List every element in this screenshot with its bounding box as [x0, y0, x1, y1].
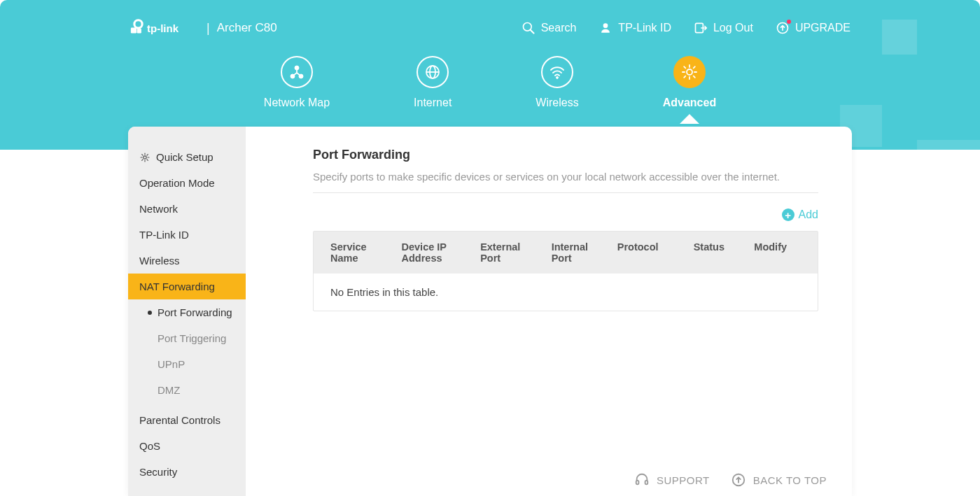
col-status: Status [694, 241, 741, 264]
footer-actions: SUPPORT BACK TO TOP [634, 472, 827, 488]
sidebar-sub-label: Port Forwarding [158, 306, 232, 318]
page-title: Port Forwarding [313, 148, 818, 162]
tab-advanced[interactable]: Advanced [663, 56, 716, 109]
logout-icon [694, 21, 708, 35]
main-nav-tabs: Network Map Internet Wireless Advanced [0, 56, 980, 109]
sidebar-label: Wireless [139, 255, 180, 267]
gear-icon [681, 64, 698, 80]
add-row: + Add [313, 193, 818, 231]
svg-point-6 [603, 23, 608, 28]
logout-label: Log Out [713, 22, 753, 34]
wifi-icon [549, 64, 566, 80]
plus-icon: + [782, 208, 794, 221]
sidebar-sub-label: Port Triggering [158, 332, 226, 344]
svg-rect-17 [636, 481, 639, 485]
tab-label: Wireless [536, 97, 578, 109]
logout-button[interactable]: Log Out [694, 21, 753, 35]
sidebar-label: Security [139, 466, 177, 478]
main-panel: Quick Setup Operation Mode Network TP-Li… [128, 127, 852, 496]
sidebar-item-nat-forwarding[interactable]: NAT Forwarding [128, 274, 246, 299]
sidebar-item-network[interactable]: Network [128, 196, 246, 222]
sidebar-sub-upnp[interactable]: UPnP [128, 351, 246, 377]
sidebar-item-parental-controls[interactable]: Parental Controls [128, 407, 246, 433]
sidebar-sub-port-forwarding[interactable]: Port Forwarding [128, 299, 246, 325]
sidebar-label: Parental Controls [139, 414, 220, 426]
tab-wireless[interactable]: Wireless [536, 56, 578, 109]
bullet-icon [148, 311, 152, 315]
support-button[interactable]: SUPPORT [634, 472, 710, 488]
svg-point-0 [134, 20, 142, 28]
gear-icon [139, 152, 150, 163]
add-label: Add [799, 208, 818, 221]
col-device-ip: Device IP Address [402, 241, 467, 264]
search-button[interactable]: Search [522, 21, 577, 35]
globe-icon [424, 64, 441, 80]
table-body-empty: No Entries in this table. [314, 274, 818, 311]
brand-logo[interactable]: tp-link | Archer C80 [130, 14, 277, 42]
tab-label: Network Map [264, 97, 330, 109]
network-map-icon [288, 64, 305, 80]
col-protocol: Protocol [617, 241, 680, 264]
port-forwarding-table: Service Name Device IP Address External … [313, 231, 818, 311]
tab-internet[interactable]: Internet [414, 56, 451, 109]
tplink-logo-icon: tp-link [130, 14, 200, 42]
sidebar-item-qos[interactable]: QoS [128, 433, 246, 459]
logo-divider: | [206, 21, 210, 36]
back-to-top-button[interactable]: BACK TO TOP [731, 472, 827, 488]
table-header: Service Name Device IP Address External … [314, 232, 818, 274]
svg-point-16 [144, 155, 146, 158]
top-actions: Search TP-Link ID Log Out UPGRADE [522, 21, 850, 35]
tplink-id-button[interactable]: TP-Link ID [598, 21, 671, 35]
tab-network-map[interactable]: Network Map [264, 56, 330, 109]
sidebar-label: Operation Mode [139, 177, 215, 189]
back-to-top-label: BACK TO TOP [753, 474, 827, 486]
sidebar-label: QoS [139, 440, 160, 452]
sidebar-sub-label: DMZ [158, 384, 181, 396]
sidebar-sub-dmz[interactable]: DMZ [128, 377, 246, 403]
upgrade-button[interactable]: UPGRADE [776, 21, 850, 35]
svg-line-5 [530, 30, 533, 34]
col-service-name: Service Name [330, 241, 388, 264]
svg-rect-18 [645, 481, 648, 485]
svg-rect-2 [137, 29, 141, 34]
sidebar-label: Quick Setup [156, 151, 214, 163]
arrow-up-circle-icon [731, 472, 746, 488]
col-internal-port: Internal Port [552, 241, 603, 264]
sidebar-item-operation-mode[interactable]: Operation Mode [128, 170, 246, 196]
search-label: Search [541, 22, 577, 34]
content-area: Port Forwarding Specify ports to make sp… [246, 127, 852, 496]
svg-rect-1 [131, 27, 136, 33]
page-description: Specify ports to make specific devices o… [313, 171, 818, 193]
tab-label: Advanced [663, 97, 716, 109]
svg-point-15 [556, 77, 559, 79]
sidebar-sub-label: UPnP [158, 358, 185, 370]
svg-text:tp-link: tp-link [147, 22, 179, 34]
search-icon [522, 21, 536, 35]
support-label: SUPPORT [657, 474, 710, 486]
sidebar-item-security[interactable]: Security [128, 459, 246, 485]
banner-decoration [917, 140, 980, 150]
sidebar-item-wireless[interactable]: Wireless [128, 248, 246, 274]
sidebar-item-tplink-id[interactable]: TP-Link ID [128, 222, 246, 248]
upgrade-notification-dot [787, 20, 791, 24]
add-button[interactable]: + Add [782, 208, 818, 221]
sidebar: Quick Setup Operation Mode Network TP-Li… [128, 127, 246, 496]
sidebar-label: TP-Link ID [139, 229, 189, 241]
top-bar: tp-link | Archer C80 Search TP-Link ID L… [0, 14, 980, 42]
svg-point-9 [295, 66, 299, 70]
model-name: Archer C80 [217, 21, 277, 35]
sidebar-label: NAT Forwarding [139, 281, 215, 292]
upgrade-label: UPGRADE [795, 22, 850, 34]
sidebar-label: Network [139, 203, 178, 215]
sidebar-sub-port-triggering[interactable]: Port Triggering [128, 325, 246, 351]
col-external-port: External Port [480, 241, 538, 264]
sidebar-item-quick-setup[interactable]: Quick Setup [128, 144, 246, 170]
tab-label: Internet [414, 97, 451, 109]
tplink-id-label: TP-Link ID [618, 22, 671, 34]
col-modify: Modify [754, 241, 801, 264]
headset-icon [634, 472, 650, 488]
cloud-id-icon [598, 21, 612, 35]
